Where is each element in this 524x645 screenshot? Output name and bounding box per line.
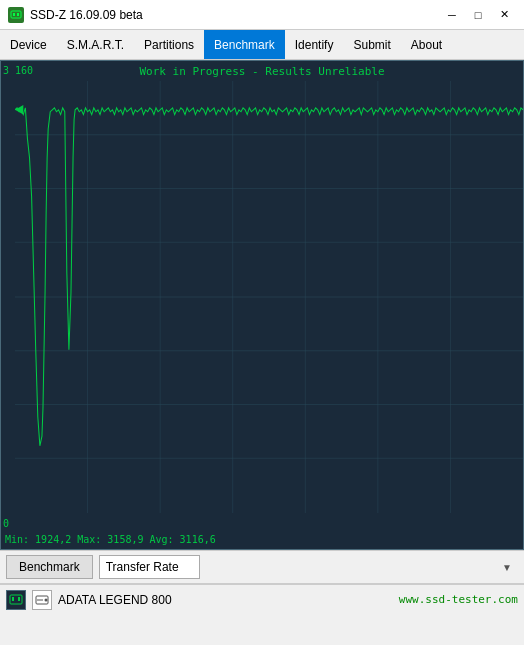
dropdown-arrow-icon: ▼ <box>502 562 512 573</box>
svg-rect-1 <box>13 13 15 16</box>
svg-marker-16 <box>15 105 23 115</box>
drive-icon <box>32 590 52 610</box>
window-title: SSD-Z 16.09.09 beta <box>30 8 440 22</box>
dropdown-wrapper: Transfer Rate ▼ <box>99 555 518 579</box>
svg-rect-2 <box>17 13 19 16</box>
menu-smart[interactable]: S.M.A.R.T. <box>57 30 134 59</box>
close-button[interactable]: ✕ <box>492 5 516 25</box>
drive-name: ADATA LEGEND 800 <box>58 593 393 607</box>
minimize-button[interactable]: ─ <box>440 5 464 25</box>
benchmark-button[interactable]: Benchmark <box>6 555 93 579</box>
chart-y-index: 3 <box>3 65 9 76</box>
chart-title: Work in Progress - Results Unreliable <box>139 65 384 78</box>
svg-rect-19 <box>18 597 20 601</box>
chart-y-top-value: 160 <box>15 65 33 76</box>
title-bar: SSD-Z 16.09.09 beta ─ □ ✕ <box>0 0 524 30</box>
restore-button[interactable]: □ <box>466 5 490 25</box>
bottom-toolbar: Benchmark Transfer Rate ▼ <box>0 550 524 584</box>
transfer-rate-dropdown[interactable]: Transfer Rate <box>99 555 200 579</box>
menu-bar: Device S.M.A.R.T. Partitions Benchmark I… <box>0 30 524 60</box>
svg-point-21 <box>45 598 48 601</box>
website-url: www.ssd-tester.com <box>399 593 518 606</box>
chart-y-bottom: 0 <box>3 518 9 529</box>
chart-area: 3 160 Work in Progress - Results Unrelia… <box>0 60 524 550</box>
menu-submit[interactable]: Submit <box>343 30 400 59</box>
app-icon <box>8 7 24 23</box>
chart-stats: Min: 1924,2 Max: 3158,9 Avg: 3116,6 <box>5 534 216 545</box>
menu-identify[interactable]: Identify <box>285 30 344 59</box>
menu-device[interactable]: Device <box>0 30 57 59</box>
menu-about[interactable]: About <box>401 30 452 59</box>
window-controls: ─ □ ✕ <box>440 5 516 25</box>
status-logo-icon <box>6 590 26 610</box>
svg-rect-17 <box>10 595 22 604</box>
chart-grid <box>15 81 523 513</box>
status-bar: ADATA LEGEND 800 www.ssd-tester.com <box>0 584 524 614</box>
svg-rect-0 <box>11 11 21 18</box>
menu-partitions[interactable]: Partitions <box>134 30 204 59</box>
svg-rect-18 <box>12 597 14 601</box>
menu-benchmark[interactable]: Benchmark <box>204 30 285 59</box>
chart-svg <box>15 81 523 513</box>
